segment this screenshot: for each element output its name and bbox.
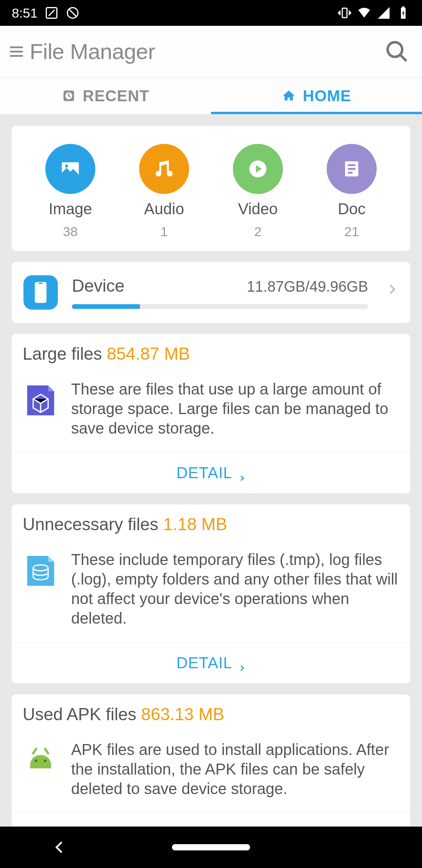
chevron-right-icon <box>386 283 399 302</box>
wifi-icon <box>357 6 371 20</box>
category-count: 2 <box>254 224 262 239</box>
info-description: These are files that use up a large amou… <box>71 379 399 438</box>
info-title: Unnecessary files <box>23 515 158 534</box>
status-bar: 8:51 <box>0 0 422 26</box>
svg-point-16 <box>44 760 46 762</box>
detail-button[interactable]: DETAIL <box>12 812 410 827</box>
info-size: 854.87 MB <box>107 344 190 363</box>
chevron-right-icon <box>239 468 246 479</box>
storage-progress-fill <box>72 304 140 309</box>
storage-progress <box>72 304 368 309</box>
category-label: Video <box>238 200 278 218</box>
category-image[interactable]: Image 38 <box>23 144 117 239</box>
database-file-icon <box>23 553 59 589</box>
home-icon <box>282 89 296 103</box>
category-label: Doc <box>338 200 365 218</box>
unnecessary-files-card: Unnecessary files 1.18 MB These include … <box>12 504 410 683</box>
doc-icon <box>327 144 377 194</box>
info-size: 1.18 MB <box>163 515 227 534</box>
used-apk-files-card: Used APK files 863.13 MB APK files are u… <box>12 694 410 827</box>
category-label: Image <box>48 200 92 218</box>
vibrate-icon <box>338 6 352 20</box>
clock-icon <box>62 89 76 103</box>
status-time: 8:51 <box>12 5 38 21</box>
svg-point-5 <box>388 42 402 57</box>
info-title: Used APK files <box>23 705 136 724</box>
detail-button[interactable]: DETAIL <box>12 452 410 493</box>
tab-home[interactable]: HOME <box>211 77 422 114</box>
cell-signal-icon <box>377 6 391 20</box>
svg-point-15 <box>35 760 38 762</box>
svg-rect-13 <box>39 283 43 284</box>
category-count: 1 <box>161 224 168 239</box>
cube-file-icon <box>23 382 59 418</box>
nav-home-pill[interactable] <box>172 844 250 850</box>
storage-value: 11.87GB/49.96GB <box>247 278 368 295</box>
tab-bar: RECENT HOME <box>0 77 422 114</box>
image-icon <box>45 144 95 194</box>
info-title: Large files <box>23 344 102 363</box>
category-video[interactable]: Video 2 <box>211 144 305 239</box>
tab-recent[interactable]: RECENT <box>0 77 211 114</box>
chevron-right-icon <box>239 658 246 669</box>
audio-icon <box>139 144 189 194</box>
search-icon[interactable] <box>384 39 409 64</box>
storage-card[interactable]: Device 11.87GB/49.96GB <box>12 262 410 323</box>
video-icon <box>233 144 283 194</box>
svg-rect-12 <box>35 282 46 303</box>
app-title: File Manager <box>30 39 155 64</box>
tab-label: RECENT <box>83 87 149 105</box>
detail-label: DETAIL <box>176 654 232 672</box>
svg-rect-2 <box>342 8 347 18</box>
android-icon <box>23 743 59 779</box>
svg-rect-4 <box>402 7 404 8</box>
category-count: 21 <box>344 224 359 239</box>
app-header: File Manager <box>0 26 422 77</box>
nav-placeholder <box>354 839 370 855</box>
category-count: 38 <box>63 224 78 239</box>
device-icon <box>23 275 58 310</box>
category-doc[interactable]: Doc 21 <box>305 144 399 239</box>
detail-button[interactable]: DETAIL <box>12 642 410 683</box>
info-size: 863.13 MB <box>141 705 224 724</box>
screenshot-icon <box>45 6 59 20</box>
info-description: These include temporary files (.tmp), lo… <box>71 550 399 628</box>
nav-back-button[interactable] <box>52 839 68 855</box>
tab-label: HOME <box>303 87 351 105</box>
content-area: Image 38 Audio 1 Video 2 <box>0 114 422 827</box>
dnd-icon <box>66 6 80 20</box>
large-files-card: Large files 854.87 MB These are files th… <box>12 334 410 493</box>
nav-bar <box>0 827 422 868</box>
hamburger-icon[interactable] <box>8 43 25 60</box>
svg-point-9 <box>65 165 68 168</box>
battery-charging-icon <box>396 6 410 20</box>
category-audio[interactable]: Audio 1 <box>117 144 211 239</box>
categories-card: Image 38 Audio 1 Video 2 <box>12 126 410 251</box>
category-label: Audio <box>144 200 184 218</box>
detail-label: DETAIL <box>176 464 232 482</box>
info-description: APK files are used to install applicatio… <box>71 740 399 798</box>
storage-label: Device <box>72 276 125 296</box>
